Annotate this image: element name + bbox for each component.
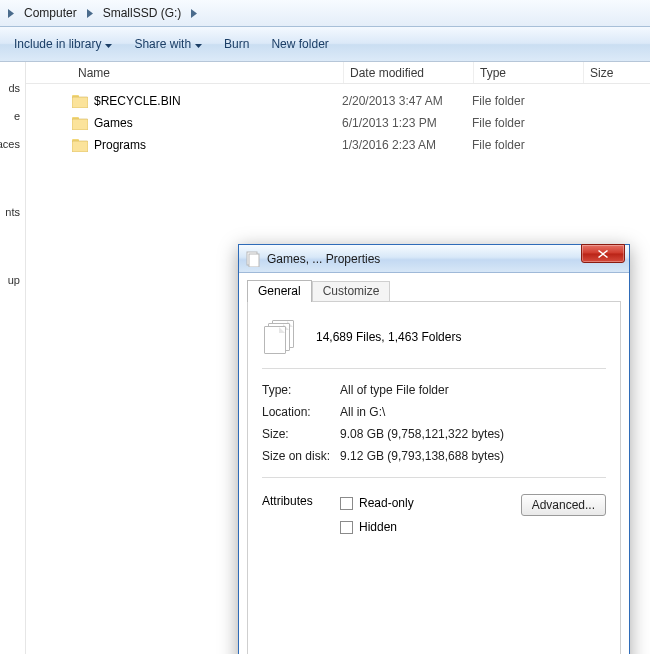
include-label: Include in library: [14, 37, 101, 51]
file-type: File folder: [472, 94, 582, 108]
tab-general-body: 14,689 Files, 1,463 Folders Type:All of …: [247, 301, 621, 654]
dialog-title: Games, ... Properties: [267, 252, 581, 266]
file-date: 2/20/2013 3:47 AM: [342, 94, 472, 108]
tab-customize[interactable]: Customize: [312, 281, 391, 303]
column-name-label: Name: [78, 66, 110, 80]
file-type: File folder: [472, 116, 582, 130]
properties-icon: [245, 251, 261, 267]
size-value: 9.08 GB (9,758,121,322 bytes): [340, 427, 504, 441]
list-item[interactable]: $RECYCLE.BIN 2/20/2013 3:47 AM File fold…: [72, 90, 650, 112]
column-type[interactable]: Type: [474, 62, 584, 83]
column-date[interactable]: Date modified: [344, 62, 474, 83]
sidebar-item[interactable]: up: [0, 266, 25, 294]
folder-icon: [72, 95, 92, 108]
sidebar-item[interactable]: e: [0, 102, 25, 130]
size-on-disk-label: Size on disk:: [262, 449, 340, 463]
folder-icon: [72, 117, 92, 130]
new-folder-button[interactable]: New folder: [271, 37, 328, 51]
checkbox-icon: [340, 497, 353, 510]
dialog-titlebar[interactable]: Games, ... Properties: [239, 245, 629, 273]
share-label: Share with: [134, 37, 191, 51]
location-label: Location:: [262, 405, 340, 419]
close-button[interactable]: [581, 244, 625, 263]
file-date: 1/3/2016 2:23 AM: [342, 138, 472, 152]
file-date: 6/1/2013 1:23 PM: [342, 116, 472, 130]
type-label: Type:: [262, 383, 340, 397]
tab-strip: General Customize: [239, 273, 629, 301]
chevron-down-icon: [105, 37, 112, 51]
sidebar-item[interactable]: nts: [0, 198, 25, 226]
tab-general[interactable]: General: [247, 280, 312, 302]
summary-text: 14,689 Files, 1,463 Folders: [316, 330, 461, 344]
include-in-library-button[interactable]: Include in library: [14, 37, 112, 51]
file-name: Programs: [92, 138, 342, 152]
readonly-label: Read-only: [359, 496, 414, 510]
sidebar-item[interactable]: ds: [0, 74, 25, 102]
attributes-label: Attributes: [262, 494, 340, 508]
svg-rect-5: [72, 141, 88, 152]
column-name[interactable]: Name: [72, 62, 344, 83]
nav-pane: ds e laces nts up: [0, 62, 26, 654]
column-size[interactable]: Size: [584, 62, 650, 83]
burn-button[interactable]: Burn: [224, 37, 249, 51]
type-value: All of type File folder: [340, 383, 449, 397]
list-item[interactable]: Programs 1/3/2016 2:23 AM File folder: [72, 134, 650, 156]
svg-rect-7: [249, 254, 259, 267]
hidden-checkbox[interactable]: Hidden: [340, 518, 521, 542]
properties-dialog: Games, ... Properties General Customize …: [238, 244, 630, 654]
share-with-button[interactable]: Share with: [134, 37, 202, 51]
size-label: Size:: [262, 427, 340, 441]
advanced-button[interactable]: Advanced...: [521, 494, 606, 516]
file-name: Games: [92, 116, 342, 130]
svg-rect-1: [72, 97, 88, 108]
sidebar-item[interactable]: laces: [0, 130, 25, 158]
breadcrumb-computer[interactable]: Computer: [18, 4, 83, 22]
address-bar: Computer SmallSSD (G:): [0, 0, 650, 27]
size-on-disk-value: 9.12 GB (9,793,138,688 bytes): [340, 449, 504, 463]
file-list: $RECYCLE.BIN 2/20/2013 3:47 AM File fold…: [26, 84, 650, 156]
chevron-right-icon[interactable]: [187, 9, 201, 18]
chevron-right-icon[interactable]: [83, 9, 97, 18]
svg-rect-3: [72, 119, 88, 130]
chevron-right-icon[interactable]: [4, 9, 18, 18]
breadcrumb-drive[interactable]: SmallSSD (G:): [97, 4, 188, 22]
checkbox-icon: [340, 521, 353, 534]
list-item[interactable]: Games 6/1/2013 1:23 PM File folder: [72, 112, 650, 134]
multi-file-icon: [264, 320, 298, 354]
chevron-down-icon: [195, 37, 202, 51]
file-name: $RECYCLE.BIN: [92, 94, 342, 108]
folder-icon: [72, 139, 92, 152]
readonly-checkbox[interactable]: Read-only: [340, 494, 521, 518]
location-value: All in G:\: [340, 405, 385, 419]
toolbar: Include in library Share with Burn New f…: [0, 27, 650, 62]
file-type: File folder: [472, 138, 582, 152]
column-headers: Name Date modified Type Size: [26, 62, 650, 84]
hidden-label: Hidden: [359, 520, 397, 534]
